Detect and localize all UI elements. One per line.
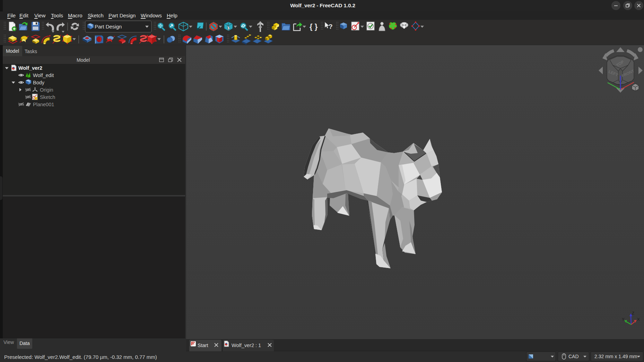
svg-text:Wolf_edit: Wolf_edit bbox=[33, 73, 54, 78]
svg-text:Body: Body bbox=[33, 80, 45, 85]
svg-text:Origin: Origin bbox=[40, 87, 53, 93]
svg-text:CAD: CAD bbox=[568, 354, 579, 359]
svg-text:Wolf_ver2: Wolf_ver2 bbox=[18, 65, 42, 71]
svg-text:Sketch: Sketch bbox=[40, 94, 55, 100]
svg-text:Start: Start bbox=[198, 343, 208, 348]
svg-text:X: X bbox=[637, 317, 640, 321]
svg-text:2.32 mm x 1.49 mm: 2.32 mm x 1.49 mm bbox=[594, 354, 637, 359]
svg-text:Y: Y bbox=[622, 317, 625, 321]
svg-text:Z: Z bbox=[632, 311, 634, 315]
svg-text:Wolf_ver2 : 1: Wolf_ver2 : 1 bbox=[232, 343, 261, 348]
svg-text:?: ? bbox=[329, 23, 333, 30]
svg-text:Plane001: Plane001 bbox=[33, 102, 54, 107]
svg-text:Part Design: Part Design bbox=[95, 24, 122, 30]
svg-text:{ }: { } bbox=[310, 22, 318, 31]
